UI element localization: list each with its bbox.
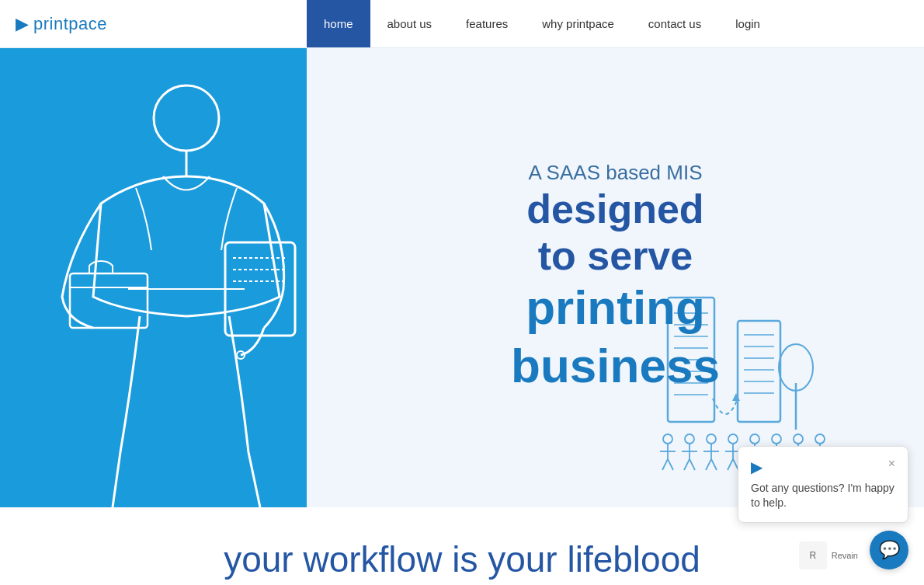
person-illustration-svg [0,48,307,507]
revain-icon: R [799,541,827,569]
logo-text: printpace [33,14,107,34]
svg-line-47 [728,459,733,470]
svg-line-32 [662,459,668,470]
logo-icon: ▶ [16,14,29,34]
hero-right-panel: A SAAS based MIS designed to serve print… [307,48,924,507]
svg-point-34 [685,434,694,444]
svg-point-39 [707,434,716,444]
nav-why-printpace[interactable]: why printpace [525,0,631,47]
svg-point-54 [772,434,781,444]
svg-point-59 [794,434,803,444]
main-nav: home about us features why printpace con… [307,0,924,47]
hero-section: A SAAS based MIS designed to serve print… [0,48,924,507]
nav-about[interactable]: about us [370,0,450,47]
svg-line-33 [668,459,673,470]
hero-title-line1: designed [511,186,720,233]
svg-point-44 [728,434,738,444]
nav-login[interactable]: login [718,0,777,47]
hero-title-line2: to serve [511,233,720,280]
chat-button-icon: 💬 [879,540,900,560]
nav-home[interactable]: home [307,0,370,47]
revain-label: Revain [832,551,858,560]
hero-title-printing: printing [511,279,720,336]
hero-subtitle: A SAAS based MIS [511,161,720,185]
logo-area: ▶ printpace [0,0,307,47]
svg-line-42 [706,459,711,470]
svg-point-64 [815,434,825,444]
svg-rect-8 [70,273,148,328]
svg-line-37 [684,459,690,470]
hero-left-panel [0,48,307,507]
revain-badge: R Revain [799,541,858,569]
chat-logo-icon: ▶ [751,458,762,476]
svg-line-38 [690,459,695,470]
svg-point-0 [154,85,219,151]
hero-illustration [0,48,307,507]
svg-rect-19 [738,321,780,422]
nav-features[interactable]: features [449,0,525,47]
chat-open-button[interactable]: 💬 [870,531,908,569]
svg-point-49 [750,434,759,444]
svg-point-29 [663,434,672,444]
chat-bubble: ▶ × Got any questions? I'm happy to help… [738,446,908,523]
chat-message: Got any questions? I'm happy to help. [751,481,895,511]
hero-title-business: business [511,337,720,395]
header: ▶ printpace home about us features why p… [0,0,924,48]
nav-contact[interactable]: contact us [631,0,718,47]
hero-text-content: A SAAS based MIS designed to serve print… [495,145,735,410]
svg-line-43 [711,459,717,470]
chat-close-button[interactable]: × [888,458,895,470]
chat-bubble-header: ▶ × [751,458,895,476]
